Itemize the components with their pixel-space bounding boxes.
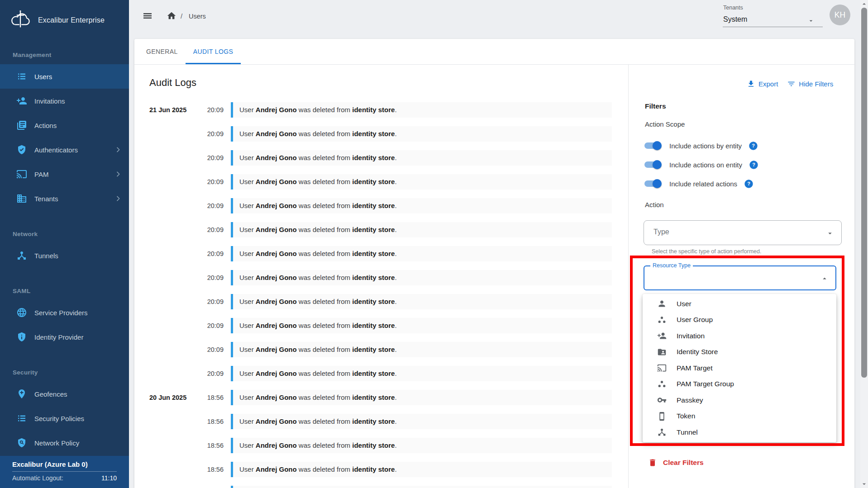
sidebar-item-users[interactable]: Users: [0, 64, 129, 89]
log-row[interactable]: 18:56User Andrej Gono was deleted from i…: [149, 438, 612, 453]
pin-add-icon: [16, 389, 27, 399]
toggle-switch-include-related-actions[interactable]: [644, 179, 662, 189]
group-dots-icon: [657, 315, 667, 325]
help-icon[interactable]: ?: [749, 141, 758, 151]
shield-search-icon: [16, 437, 27, 448]
sidebar-item-label: Invitations: [34, 97, 65, 105]
sidebar-item-network-policy[interactable]: Network Policy: [0, 431, 129, 455]
trash-icon: [648, 458, 657, 467]
log-time: 20:09: [203, 270, 224, 285]
log-row[interactable]: 20:09User Andrej Gono was deleted from i…: [149, 318, 612, 333]
log-row[interactable]: 20:09User Andrej Gono was deleted from i…: [149, 342, 612, 357]
folder-shared-icon: [657, 347, 667, 357]
sidebar-item-label: Service Providers: [34, 309, 88, 317]
menu-icon[interactable]: [142, 10, 153, 21]
shield-info-icon: [16, 332, 27, 342]
resource-option-user[interactable]: User: [643, 296, 836, 312]
svg-text:?: ?: [747, 181, 750, 186]
hide-filters-button[interactable]: Hide Filters: [787, 80, 833, 88]
help-icon[interactable]: ?: [744, 179, 754, 189]
filters-title: Filters: [645, 102, 666, 110]
tab-general[interactable]: GENERAL: [138, 39, 186, 64]
filter-list-icon: [787, 80, 796, 88]
log-time: 18:56: [203, 414, 224, 429]
sidebar-item-tenants[interactable]: Tenants: [0, 186, 129, 211]
export-button[interactable]: Export: [747, 80, 778, 88]
sidebar-item-actions[interactable]: Actions: [0, 113, 129, 137]
avatar[interactable]: KH: [830, 5, 850, 25]
breadcrumb-separator: /: [181, 12, 182, 20]
cast-icon: [657, 363, 667, 373]
key-icon: [657, 395, 667, 405]
resource-type-input[interactable]: Resource Type: [644, 265, 836, 290]
tenant-select[interactable]: System: [723, 14, 823, 27]
sidebar-item-geofences[interactable]: Geofences: [0, 382, 129, 406]
resource-option-user-group[interactable]: User Group: [643, 312, 836, 328]
sidebar-item-label: Tunnels: [34, 252, 58, 260]
log-date: 21 Jun 2025: [149, 102, 201, 118]
sidebar-nav: ManagementUsersInvitationsActionsAuthent…: [0, 52, 129, 455]
log-row[interactable]: 20:09User Andrej Gono was deleted from i…: [149, 222, 612, 237]
log-row[interactable]: 20:09User Andrej Gono was deleted from i…: [149, 198, 612, 213]
app-root: Excalibur Enterprise ManagementUsersInvi…: [0, 0, 868, 488]
resource-option-label: PAM Target Group: [677, 380, 734, 388]
list-icon: [16, 413, 27, 424]
scrollbar-thumb[interactable]: [861, 8, 867, 378]
log-message: User Andrej Gono was deleted from identi…: [231, 438, 612, 453]
home-icon[interactable]: [167, 11, 176, 21]
log-message: User Andrej Gono was deleted from identi…: [231, 174, 612, 190]
toggle-label: Include related actions: [669, 180, 737, 188]
log-row[interactable]: 20:09User Andrej Gono was deleted from i…: [149, 246, 612, 261]
log-row[interactable]: 20:09User Andrej Gono was deleted from i…: [149, 366, 612, 381]
sidebar-item-label: Geofences: [34, 390, 67, 398]
resource-option-identity-store[interactable]: Identity Store: [643, 344, 836, 360]
breadcrumb[interactable]: Users: [189, 13, 206, 20]
clear-filters-button[interactable]: Clear Filters: [648, 458, 704, 467]
log-row[interactable]: 20:09User Andrej Gono was deleted from i…: [149, 126, 612, 142]
sidebar-item-security-policies[interactable]: Security Policies: [0, 406, 129, 431]
log-row[interactable]: 20:09User Andrej Gono was deleted from i…: [149, 174, 612, 190]
toggle-switch-include-actions-on-entity[interactable]: [644, 160, 662, 170]
sidebar-section-saml: SAML: [13, 288, 129, 297]
log-row[interactable]: 21 Jun 202520:09User Andrej Gono was del…: [149, 102, 612, 118]
log-row[interactable]: 20 Jun 202518:56User Andrej Gono was del…: [149, 390, 612, 405]
brand: Excalibur Enterprise: [0, 0, 129, 41]
action-type-select[interactable]: Type: [644, 220, 842, 245]
tab-bar: GENERAL AUDIT LOGS: [134, 39, 854, 65]
log-message: User Andrej Gono was deleted from identi…: [231, 486, 612, 488]
sidebar-item-authenticators[interactable]: Authenticators: [0, 137, 129, 162]
log-message: User Andrej Gono was deleted from identi…: [231, 294, 612, 309]
sidebar-footer: Excalibur (Azure Lab 0) Automatic Logout…: [0, 456, 129, 488]
log-time: 18:56: [203, 438, 224, 453]
sidebar-item-tunnels[interactable]: Tunnels: [0, 243, 129, 268]
sidebar-item-service-providers[interactable]: Service Providers: [0, 300, 129, 325]
page-scrollbar[interactable]: [860, 0, 868, 488]
building-icon: [16, 193, 27, 204]
log-row[interactable]: 20:09User Andrej Gono was deleted from i…: [149, 294, 612, 309]
auto-logout-label: Automatic Logout:: [12, 474, 63, 482]
sidebar-item-identity-provider[interactable]: Identity Provider: [0, 325, 129, 349]
resource-option-tunnel[interactable]: Tunnel: [643, 424, 836, 441]
log-row[interactable]: 18:56User Andrej Gono was deleted from i…: [149, 486, 612, 488]
log-row[interactable]: 20:09User Andrej Gono was deleted from i…: [149, 150, 612, 166]
help-icon[interactable]: ?: [749, 160, 758, 170]
resource-option-pam-target-group[interactable]: PAM Target Group: [643, 376, 836, 393]
resource-option-invitation[interactable]: Invitation: [643, 328, 836, 344]
scroll-up-icon[interactable]: [862, 2, 866, 6]
tab-audit-logs[interactable]: AUDIT LOGS: [186, 39, 241, 64]
resource-option-label: Invitation: [677, 332, 705, 340]
log-time: 20:09: [203, 366, 224, 381]
log-row[interactable]: 20:09User Andrej Gono was deleted from i…: [149, 270, 612, 285]
toggle-switch-include-actions-by-entity[interactable]: [644, 141, 662, 151]
svg-text:?: ?: [752, 143, 755, 148]
scroll-down-icon[interactable]: [862, 482, 866, 486]
resource-option-token[interactable]: Token: [643, 408, 836, 425]
resource-option-pam-target[interactable]: PAM Target: [643, 360, 836, 376]
log-row[interactable]: 18:56User Andrej Gono was deleted from i…: [149, 462, 612, 477]
smartphone-icon: [657, 412, 667, 421]
log-row[interactable]: 18:56User Andrej Gono was deleted from i…: [149, 414, 612, 429]
sidebar-item-invitations[interactable]: Invitations: [0, 89, 129, 113]
sidebar-item-pam[interactable]: PAM: [0, 162, 129, 186]
action-scope-label: Action Scope: [645, 120, 685, 128]
resource-option-passkey[interactable]: Passkey: [643, 392, 836, 408]
